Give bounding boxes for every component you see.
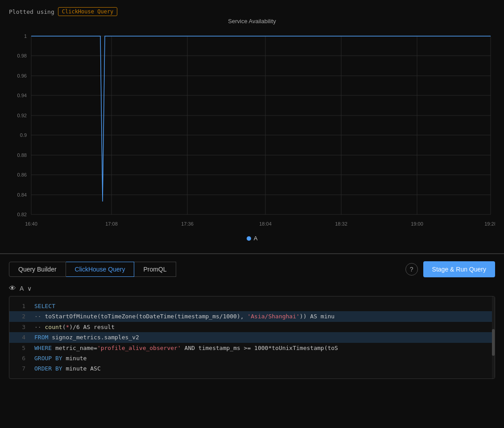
query-label-row: 👁 A ∨ xyxy=(9,284,495,292)
line-content-2: ·· toStartOfMinute(toTimeZone(toDateTime… xyxy=(34,311,489,321)
line-num-1: 1 xyxy=(15,301,25,311)
line-content-3: ·· count(*)/6 AS result xyxy=(34,322,489,332)
scrollbar[interactable] xyxy=(492,296,495,379)
query-section: Query Builder ClickHouse Query PromQL ? … xyxy=(0,254,504,428)
svg-text:17:36: 17:36 xyxy=(181,221,194,226)
svg-text:0.94: 0.94 xyxy=(17,93,27,98)
tab-query-builder[interactable]: Query Builder xyxy=(9,262,66,277)
svg-text:0.82: 0.82 xyxy=(17,212,27,217)
chart-legend: A xyxy=(9,235,495,242)
chart-line-a xyxy=(31,36,491,202)
line-content-4: FROM signoz_metrics.samples_v2 xyxy=(34,332,489,342)
svg-text:16:40: 16:40 xyxy=(25,221,37,226)
line-num-7: 7 xyxy=(15,363,25,374)
code-editor[interactable]: 1 SELECT 2 ·· toStartOfMinute(toTimeZone… xyxy=(9,296,495,379)
code-line-2: 2 ·· toStartOfMinute(toTimeZone(toDateTi… xyxy=(9,311,495,321)
line-content-7: ORDER BY minute ASC xyxy=(34,363,489,374)
query-editor-area: 👁 A ∨ 1 SELECT 2 ·· toStartOfMinute(toTi… xyxy=(9,284,495,379)
svg-text:18:04: 18:04 xyxy=(259,221,272,226)
line-num-5: 5 xyxy=(15,343,25,353)
code-line-5: 5 WHERE metric_name='profile_alive_obser… xyxy=(9,343,495,353)
line-num-3: 3 xyxy=(15,322,25,332)
line-num-4: 4 xyxy=(15,332,25,342)
svg-text:0.84: 0.84 xyxy=(17,192,27,198)
code-line-1: 1 SELECT xyxy=(9,301,495,311)
svg-text:0.86: 0.86 xyxy=(17,172,27,177)
chart-title: Service Availability xyxy=(9,18,495,25)
chevron-down-icon[interactable]: ∨ xyxy=(27,285,32,292)
chart-section: Plotted using ClickHouse Query Service A… xyxy=(0,0,504,254)
line-content-1: SELECT xyxy=(34,301,489,311)
tab-promql[interactable]: PromQL xyxy=(134,262,176,277)
legend-dot-a xyxy=(247,236,251,241)
query-tabs-row: Query Builder ClickHouse Query PromQL ? … xyxy=(9,261,495,277)
tab-clickhouse-query[interactable]: ClickHouse Query xyxy=(66,262,135,277)
line-content-6: GROUP BY minute xyxy=(34,353,489,363)
chart-container: .grid-line { stroke: #2a2a2a; stroke-wid… xyxy=(9,27,495,232)
stage-run-button[interactable]: Stage & Run Query xyxy=(423,261,495,277)
code-line-4: 4 FROM signoz_metrics.samples_v2 xyxy=(9,332,495,342)
line-content-5: WHERE metric_name='profile_alive_observe… xyxy=(34,343,489,353)
plotted-label: Plotted using xyxy=(9,8,54,15)
svg-text:17:08: 17:08 xyxy=(105,221,118,226)
svg-text:0.92: 0.92 xyxy=(17,113,27,118)
legend-label-a: A xyxy=(254,235,258,242)
svg-text:0.88: 0.88 xyxy=(17,152,27,158)
scrollbar-thumb xyxy=(492,329,495,356)
plotted-badge: ClickHouse Query xyxy=(58,7,118,16)
help-button[interactable]: ? xyxy=(405,263,418,276)
svg-text:19:28: 19:28 xyxy=(484,221,495,226)
svg-text:0.9: 0.9 xyxy=(20,132,27,138)
svg-text:1: 1 xyxy=(24,33,27,39)
query-label: A xyxy=(20,285,24,292)
line-num-6: 6 xyxy=(15,353,25,363)
svg-text:18:32: 18:32 xyxy=(335,221,347,226)
code-line-7: 7 ORDER BY minute ASC xyxy=(9,363,495,374)
svg-text:19:00: 19:00 xyxy=(411,221,423,226)
code-line-6: 6 GROUP BY minute xyxy=(9,353,495,363)
plotted-using-row: Plotted using ClickHouse Query xyxy=(9,7,495,16)
chart-svg: .grid-line { stroke: #2a2a2a; stroke-wid… xyxy=(9,27,495,232)
svg-text:0.98: 0.98 xyxy=(17,53,27,58)
code-line-3: 3 ·· count(*)/6 AS result xyxy=(9,322,495,332)
svg-text:0.96: 0.96 xyxy=(17,73,27,78)
line-num-2: 2 xyxy=(15,311,25,321)
eye-icon: 👁 xyxy=(9,284,16,292)
